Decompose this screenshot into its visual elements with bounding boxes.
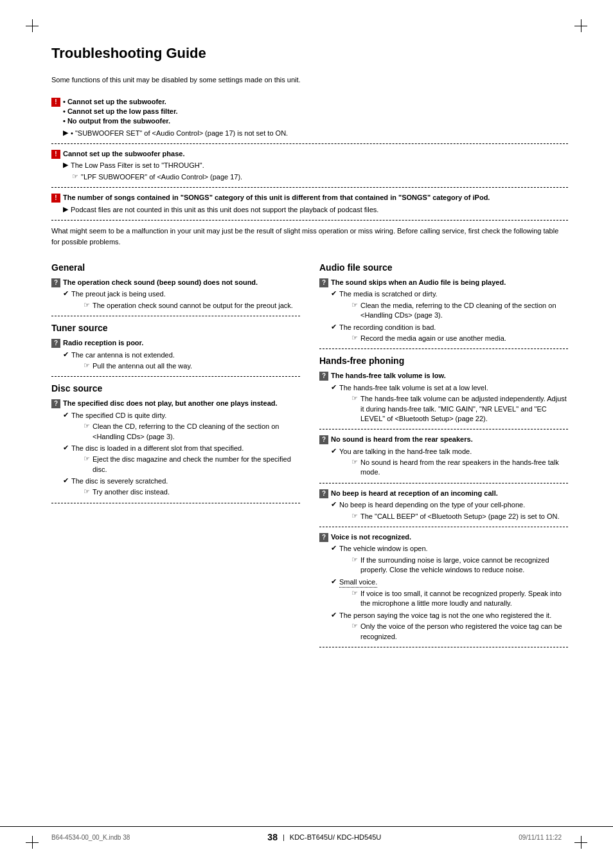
problem-title: No beep is heard at reception of an inco…: [331, 489, 498, 498]
checkmark-icon: ✔: [331, 383, 337, 392]
two-col-layout: General ? The operation check sound (bee…: [51, 256, 568, 653]
remedy-text: No sound is heard from the rear speakers…: [360, 458, 568, 478]
exclaim-icon: !: [51, 194, 60, 203]
exclaim-icon: !: [51, 98, 60, 107]
problem-radio: ? Radio reception is poor. ✔ The car ant…: [51, 338, 300, 371]
section-title-handsfree: Hands-free phoning: [319, 356, 568, 366]
problem-title: Voice is not recognized.: [331, 532, 411, 542]
corner-mark-tl: [26, 19, 39, 32]
remedy-arrow-icon: ☞: [351, 394, 358, 402]
question-icon: ?: [319, 372, 328, 381]
cause-text: The preout jack is being used.: [71, 289, 166, 299]
problem-title: Cannot set up the subwoofer phase.: [63, 149, 184, 159]
problem-block-phase: ! Cannot set up the subwoofer phase. ▶ T…: [51, 149, 568, 182]
remedy-arrow-icon: ☞: [351, 301, 358, 309]
exclaim-icon: !: [51, 150, 60, 159]
remedy-arrow-icon: ☞: [72, 172, 78, 181]
divider: [51, 376, 300, 377]
divider: [319, 348, 568, 349]
divider: [51, 143, 568, 144]
remedy-arrow-icon: ☞: [351, 556, 358, 564]
remedy-arrow-icon: ☞: [84, 422, 90, 430]
left-column: General ? The operation check sound (bee…: [51, 256, 300, 653]
arrow-icon: ▶: [63, 129, 68, 137]
checkmark-icon: ✔: [331, 323, 337, 331]
cause-text: The disc is loaded in a different slot f…: [71, 444, 244, 453]
problem-volume-low: ? The hands-free talk volume is low. ✔ T…: [319, 371, 568, 424]
remedy-text: Clean the media, referring to the CD cle…: [360, 301, 568, 321]
remedy-text: If the surrounding noise is large, voice…: [360, 556, 568, 575]
cause-text: The car antenna is not extended.: [71, 350, 175, 360]
page-number: 38: [267, 832, 278, 842]
question-icon: ?: [51, 399, 60, 408]
remedy-text: If voice is too small, it cannot be reco…: [360, 589, 568, 609]
footer-page-info: 38 | KDC-BT645U/ KDC-HD545U: [267, 832, 381, 842]
divider: [319, 429, 568, 429]
remedy-arrow-icon: ☞: [351, 622, 358, 630]
checkmark-icon: ✔: [63, 444, 69, 452]
divider: [319, 483, 568, 484]
checkmark-icon: ✔: [331, 611, 337, 619]
remedy-text: Clean the CD, referring to the CD cleani…: [93, 422, 300, 442]
remedy-arrow-icon: ☞: [351, 589, 358, 597]
footer-separator: |: [283, 833, 285, 841]
remedy-text: Try another disc instead.: [93, 487, 170, 497]
problem-beep: ? The operation check sound (beep sound)…: [51, 278, 300, 311]
section-title-general: General: [51, 262, 300, 273]
arrow-icon: ▶: [63, 161, 68, 169]
footer: B64-4534-00_00_K.indb 38 38 | KDC-BT645U…: [0, 826, 613, 842]
cause-text: The person saying the voice tag is not t…: [339, 611, 551, 620]
remedy-arrow-icon: ☞: [84, 487, 90, 496]
section-title-disc: Disc source: [51, 383, 300, 393]
problem-title: • Cannot set up the subwoofer. • Cannot …: [63, 97, 178, 127]
cause-text: • "SUBWOOFER SET" of <Audio Control> (pa…: [71, 129, 288, 138]
question-icon: ?: [319, 435, 328, 444]
problem-title: The number of songs contained in "SONGS"…: [63, 193, 490, 203]
problem-title: Radio reception is poor.: [63, 338, 143, 348]
arrow-icon: ▶: [63, 205, 68, 213]
remedy-text: The operation check sound cannot be outp…: [93, 301, 293, 311]
cause-text: The specified CD is quite dirty.: [71, 411, 166, 420]
page-title: Troubleshooting Guide: [51, 45, 568, 62]
intro-text: Some functions of this unit may be disab…: [51, 75, 568, 86]
remedy-text: "LPF SUBWOOFER" of <Audio Control> (page…: [81, 172, 242, 182]
question-icon: ?: [51, 278, 60, 287]
remedy-arrow-icon: ☞: [351, 512, 358, 520]
right-column: Audio file source ? The sound skips when…: [319, 256, 568, 653]
remedy-text: Only the voice of the person who registe…: [360, 622, 568, 642]
problem-title: The operation check sound (beep sound) d…: [63, 278, 258, 287]
problem-title: The specified disc does not play, but an…: [63, 399, 278, 408]
section-title-tuner: Tuner source: [51, 323, 300, 333]
problem-audio-skip: ? The sound skips when an Audio file is …: [319, 278, 568, 343]
cause-text: No beep is heard depending on the type o…: [339, 500, 525, 510]
problem-rear-speakers: ? No sound is heard from the rear speake…: [319, 435, 568, 478]
model-text: KDC-BT645U/ KDC-HD545U: [290, 833, 381, 841]
remedy-arrow-icon: ☞: [84, 361, 90, 370]
problem-voice-not-recognized: ? Voice is not recognized. ✔ The vehicle…: [319, 532, 568, 642]
remedy-arrow-icon: ☞: [84, 301, 90, 309]
question-icon: ?: [319, 533, 328, 542]
checkmark-icon: ✔: [331, 447, 337, 455]
problem-block-songs: ! The number of songs contained in "SONG…: [51, 193, 568, 215]
remedy-text: The "CALL BEEP" of <Bluetooth Setup> (pa…: [360, 512, 559, 521]
remedy-arrow-icon: ☞: [84, 455, 90, 463]
malfunction-text: What might seem to be a malfunction in y…: [51, 226, 568, 247]
divider: [319, 527, 568, 527]
remedy-text: Eject the disc magazine and check the nu…: [93, 455, 300, 475]
footer-date-info: 09/11/11 11:22: [519, 834, 562, 841]
divider: [51, 220, 568, 221]
problem-no-beep: ? No beep is heard at reception of an in…: [319, 489, 568, 521]
divider: [51, 503, 300, 503]
page: Troubleshooting Guide Some functions of …: [0, 0, 613, 868]
remedy-text: Pull the antenna out all the way.: [93, 361, 192, 371]
divider: [51, 316, 300, 316]
remedy-arrow-icon: ☞: [351, 334, 358, 342]
problem-disc: ? The specified disc does not play, but …: [51, 399, 300, 498]
remedy-text: Record the media again or use another me…: [360, 334, 506, 343]
cause-text: The hands-free talk volume is set at a l…: [339, 383, 488, 393]
cause-text: The Low Pass Filter is set to "THROUGH".: [71, 161, 204, 170]
problem-title: The sound skips when an Audio file is be…: [331, 278, 506, 287]
checkmark-icon: ✔: [63, 411, 69, 419]
cause-text: Podcast files are not counted in this un…: [71, 205, 378, 215]
remedy-text: The hands-free talk volume can be adjust…: [360, 394, 568, 424]
